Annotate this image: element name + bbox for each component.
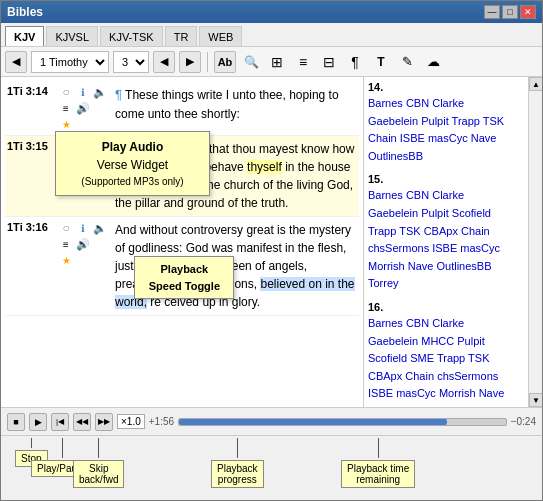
link-mhcc-16[interactable]: MHCC [421,335,454,347]
link-chain-14[interactable]: Chain [368,132,397,144]
link-cbapx-15[interactable]: CBApx [424,225,458,237]
skip-to-start-button[interactable]: |◀ [51,413,69,431]
tab-kjv[interactable]: KJV [5,26,44,46]
skip-forward-button[interactable]: ▶▶ [95,413,113,431]
link-tsk-15[interactable]: TSK [399,225,420,237]
tab-kjv-tsk[interactable]: KJV-TSK [100,26,163,46]
link-pulpit-16[interactable]: Pulpit [457,335,485,347]
link-chssermons-15[interactable]: chsSermons [368,242,429,254]
link-nave-16[interactable]: Nave [479,387,505,399]
link-cbapx-16[interactable]: CBApx [368,370,402,382]
link-clarke-15[interactable]: Clarke [432,189,464,201]
link-tsk-14[interactable]: TSK [483,115,504,127]
link-chain-16[interactable]: Chain [405,370,434,382]
link-mascyc-14[interactable]: masCyc [428,132,468,144]
edit-icon[interactable]: ✎ [396,51,418,73]
info-icon-3-14[interactable]: ℹ [76,85,90,99]
link-barnes-16[interactable]: Barnes [368,317,403,329]
link-morrish-15[interactable]: Morrish [368,260,405,272]
link-isbe-14[interactable]: ISBE [400,132,425,144]
ab-button[interactable]: Ab [214,51,236,73]
copy-icon[interactable]: ⊞ [266,51,288,73]
prev-chapter-button[interactable]: ◀ [153,51,175,73]
bibles-window: Bibles — □ ✕ KJV KJVSL KJV-TSK TR WEB ◀ … [0,0,543,501]
star-icon-3-14[interactable]: ★ [59,117,73,131]
speaker2-icon-3-15[interactable]: 🔊 [76,156,90,170]
progress-track[interactable] [178,418,507,426]
text-icon[interactable]: T [370,51,392,73]
speaker-icon-3-14[interactable]: 🔈 [93,85,107,99]
skip-back-button[interactable]: ◀◀ [73,413,91,431]
link-mascyc-15[interactable]: masCyc [460,242,500,254]
list-icon[interactable]: ≡ [292,51,314,73]
speaker2-icon-3-14[interactable]: 🔊 [76,101,90,115]
maximize-button[interactable]: □ [502,5,518,19]
lines-icon-3-14[interactable]: ≡ [59,101,73,115]
book-select[interactable]: 1 Timothy [31,51,109,73]
link-morrish-16[interactable]: Morrish [439,387,476,399]
commentary-14: 14. Barnes CBN Clarke Gaebelein Pulpit T… [368,81,524,165]
link-nave-15[interactable]: Nave [408,260,434,272]
scroll-track[interactable] [529,91,542,393]
close-button[interactable]: ✕ [520,5,536,19]
link-cbn-16[interactable]: CBN [406,317,429,329]
link-pulpit-15[interactable]: Pulpit [421,207,449,219]
link-isbe-16[interactable]: ISBE [368,387,393,399]
circle-icon-3-15[interactable]: ○ [59,140,73,154]
link-gaebelein-14[interactable]: Gaebelein [368,115,418,127]
link-sme-16[interactable]: SME [410,352,434,364]
minimize-button[interactable]: — [484,5,500,19]
link-barnes-14[interactable]: Barnes [368,97,403,109]
star-icon-3-16[interactable]: ★ [59,253,73,267]
circle-icon-3-14[interactable]: ○ [59,85,73,99]
link-torrey-15[interactable]: Torrey [368,277,399,289]
pilcrow-icon[interactable]: ¶ [344,51,366,73]
link-gaebelein-16[interactable]: Gaebelein [368,335,418,347]
link-clarke-16[interactable]: Clarke [432,317,464,329]
chapter-select[interactable]: 3 [113,51,149,73]
link-isbe-15[interactable]: ISBE [432,242,457,254]
commentary-num-16: 16. [368,301,524,313]
link-tsk-16[interactable]: TSK [468,352,489,364]
link-cbn-15[interactable]: CBN [406,189,429,201]
play-pause-button[interactable]: ▶ [29,413,47,431]
speaker-icon-3-15[interactable]: 🔈 [93,140,107,154]
tab-tr[interactable]: TR [165,26,198,46]
back-button[interactable]: ◀ [5,51,27,73]
link-nave-14[interactable]: Nave [471,132,497,144]
verse-icon-row-1-16: ○ ℹ 🔈 [59,221,111,235]
tab-kjvsl[interactable]: KJVSL [46,26,98,46]
next-chapter-button[interactable]: ▶ [179,51,201,73]
link-gaebelein-15[interactable]: Gaebelein [368,207,418,219]
link-chssermons-16[interactable]: chsSermons [437,370,498,382]
speaker2-icon-3-16[interactable]: 🔊 [76,237,90,251]
link-outlines-14[interactable]: OutlinesBB [368,150,423,162]
speaker-icon-3-16[interactable]: 🔈 [93,221,107,235]
link-trapp-14[interactable]: Trapp [452,115,480,127]
link-mascyc-16[interactable]: masCyc [396,387,436,399]
tab-web[interactable]: WEB [199,26,242,46]
link-chain-15[interactable]: Chain [461,225,490,237]
star-icon-3-15[interactable]: ★ [59,172,73,186]
link-trapp-15[interactable]: Trapp [368,225,396,237]
link-pulpit-14[interactable]: Pulpit [421,115,449,127]
lines-icon-3-16[interactable]: ≡ [59,237,73,251]
circle-icon-3-16[interactable]: ○ [59,221,73,235]
speed-toggle[interactable]: ×1.0 [117,414,145,429]
link-clarke-14[interactable]: Clarke [432,97,464,109]
cloud-icon[interactable]: ☁ [422,51,444,73]
link-scofield-16[interactable]: Scofield [368,352,407,364]
link-scofield-15[interactable]: Scofield [452,207,491,219]
stop-button[interactable]: ■ [7,413,25,431]
info-icon-3-16[interactable]: ℹ [76,221,90,235]
info-icon-3-15[interactable]: ℹ [76,140,90,154]
lines-icon-3-15[interactable]: ≡ [59,156,73,170]
link-barnes-15[interactable]: Barnes [368,189,403,201]
link-cbn-14[interactable]: CBN [406,97,429,109]
link-trapp-16[interactable]: Trapp [437,352,465,364]
scroll-up-button[interactable]: ▲ [529,77,542,91]
search-icon[interactable]: 🔍 [240,51,262,73]
grid-icon[interactable]: ⊟ [318,51,340,73]
scroll-down-button[interactable]: ▼ [529,393,542,407]
link-outlinesbb-15[interactable]: OutlinesBB [436,260,491,272]
